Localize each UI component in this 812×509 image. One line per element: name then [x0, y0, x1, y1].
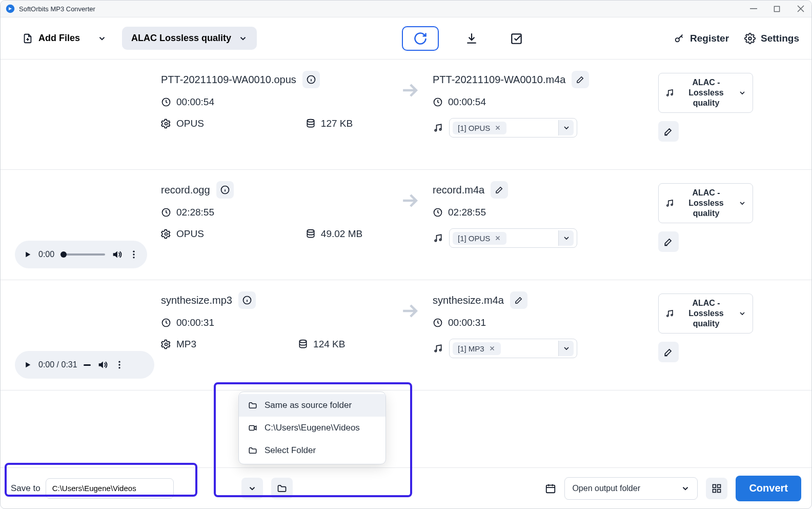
clock-icon — [161, 207, 171, 218]
track-tag-selector[interactable]: [1] OPUS — [449, 228, 577, 248]
file-list: PTT-20211109-WA0010.opus 00:00:54 OPUS 1… — [1, 60, 811, 467]
source-size: 127 KB — [321, 118, 353, 129]
remove-tag-icon[interactable] — [489, 345, 496, 352]
add-files-button[interactable]: Add Files — [13, 27, 89, 50]
svg-rect-42 — [713, 489, 716, 492]
close-button[interactable] — [797, 5, 806, 12]
volume-icon[interactable] — [111, 249, 123, 260]
source-file-name: record.ogg — [161, 184, 210, 196]
track-tag-chevron-icon[interactable] — [558, 120, 574, 135]
save-to-popup: Same as source folder C:\Users\Eugene\Vi… — [238, 391, 386, 464]
track-tag-chevron-icon[interactable] — [558, 341, 574, 356]
svg-rect-41 — [718, 484, 721, 487]
audio-player[interactable]: 0:00 / 0:31 — [15, 351, 154, 379]
info-button[interactable] — [216, 181, 234, 199]
arrow-icon — [392, 71, 428, 102]
volume-icon[interactable] — [97, 359, 108, 370]
svg-rect-1 — [750, 8, 757, 9]
target-file-name: PTT-20211109-WA0010.m4a — [433, 74, 565, 86]
clock-icon — [161, 318, 171, 328]
track-tag-chip: [1] OPUS — [453, 122, 506, 134]
save-to-dropdown-button[interactable] — [241, 478, 263, 499]
clock-icon — [161, 97, 171, 107]
remove-tag-icon[interactable] — [494, 234, 501, 242]
rename-button[interactable] — [491, 181, 508, 199]
more-icon[interactable] — [114, 360, 125, 370]
svg-point-11 — [435, 129, 436, 131]
info-button[interactable] — [238, 291, 256, 309]
info-button[interactable] — [302, 71, 320, 88]
audio-player[interactable]: 0:00 — [15, 241, 147, 268]
svg-point-9 — [307, 120, 314, 122]
remove-tag-icon[interactable] — [494, 124, 501, 131]
maximize-button[interactable] — [774, 6, 783, 12]
track-tag-chevron-icon[interactable] — [558, 230, 574, 246]
quality-selector-button[interactable]: ALAC Lossless quality — [122, 27, 257, 50]
video-icon — [248, 423, 257, 433]
svg-point-4 — [676, 38, 679, 42]
save-to-label: Save to — [11, 483, 40, 494]
arrow-icon — [392, 181, 428, 212]
settings-link[interactable]: Settings — [744, 33, 799, 44]
svg-point-15 — [133, 251, 134, 252]
edit-meta-button[interactable] — [658, 342, 679, 362]
footer: Save to Open output folder Convert — [1, 467, 811, 508]
svg-rect-39 — [546, 485, 555, 493]
popup-item[interactable]: Select Folder — [239, 439, 385, 462]
refresh-button[interactable] — [402, 26, 439, 51]
svg-point-26 — [671, 204, 673, 206]
open-folder-button[interactable] — [271, 478, 293, 499]
download-button[interactable] — [459, 26, 484, 51]
add-files-chevron-icon[interactable] — [94, 31, 110, 46]
edit-meta-button[interactable] — [658, 231, 679, 252]
quality-selector-label: ALAC Lossless quality — [131, 33, 231, 44]
source-codec: OPUS — [176, 118, 204, 129]
svg-rect-3 — [512, 34, 521, 43]
popup-item[interactable]: C:\Users\Eugene\Videos — [239, 417, 385, 439]
row-quality-selector[interactable]: ALAC - Lossless quality — [658, 183, 753, 223]
file-row: 0:00 record.ogg 02:28:55 OPUS 49.02 MB r… — [1, 170, 811, 280]
svg-point-35 — [435, 350, 436, 351]
calendar-icon — [545, 483, 556, 494]
target-duration: 02:28:55 — [448, 207, 486, 218]
track-tag-label: [1] OPUS — [458, 234, 490, 243]
title-bar: SoftOrbits MP3 Converter — [1, 1, 811, 17]
target-file-name: synthesize.m4a — [433, 295, 504, 306]
more-icon[interactable] — [129, 249, 139, 260]
row-quality-selector[interactable]: ALAC - Lossless quality — [658, 73, 753, 113]
play-icon[interactable] — [23, 250, 32, 259]
rename-button[interactable] — [572, 71, 589, 88]
music-icon — [433, 233, 443, 243]
grid-view-button[interactable] — [706, 478, 727, 499]
svg-point-21 — [307, 230, 314, 232]
track-tag-selector[interactable]: [1] OPUS — [449, 118, 577, 138]
save-to-input[interactable] — [46, 478, 174, 499]
track-tag-selector[interactable]: [1] MP3 — [449, 339, 577, 358]
popup-item[interactable]: Same as source folder — [239, 394, 385, 417]
file-row: PTT-20211109-WA0010.opus 00:00:54 OPUS 1… — [1, 60, 811, 170]
window-controls — [750, 5, 806, 12]
edit-meta-button[interactable] — [658, 121, 679, 142]
size-icon — [306, 119, 316, 129]
arrow-icon — [392, 291, 428, 322]
source-size: 49.02 MB — [321, 228, 362, 240]
row-quality-selector[interactable]: ALAC - Lossless quality — [658, 293, 753, 334]
music-icon — [433, 123, 443, 133]
folder-icon — [248, 446, 257, 455]
track-tag-chip: [1] MP3 — [453, 342, 501, 355]
rename-button[interactable] — [510, 291, 527, 309]
track-tag-label: [1] MP3 — [458, 344, 484, 353]
minimize-button[interactable] — [750, 5, 759, 12]
svg-rect-43 — [718, 489, 721, 492]
play-icon[interactable] — [23, 360, 32, 369]
convert-button[interactable]: Convert — [736, 476, 801, 501]
music-icon — [665, 199, 674, 208]
register-link[interactable]: Register — [674, 33, 729, 44]
player-time: 0:00 — [38, 250, 54, 259]
target-file-name: record.m4a — [433, 184, 484, 196]
clock-icon — [433, 207, 443, 218]
open-output-dropdown[interactable]: Open output folder — [564, 477, 698, 500]
check-box-button[interactable] — [504, 26, 529, 51]
music-icon — [665, 309, 674, 318]
source-duration: 00:00:31 — [176, 317, 214, 328]
